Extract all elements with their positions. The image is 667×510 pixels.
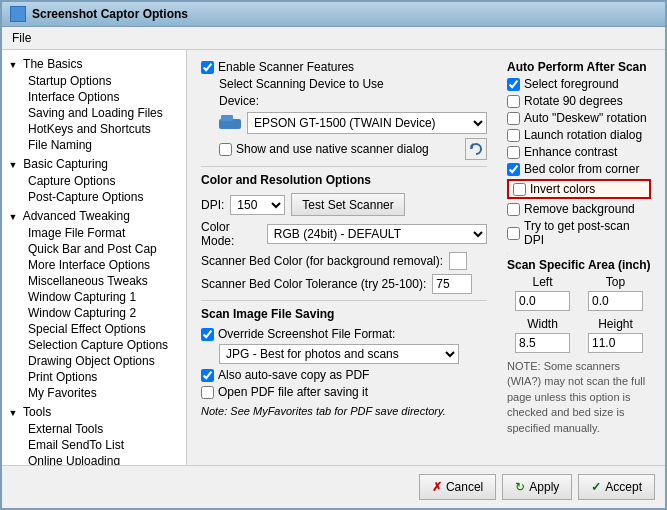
auto-perform-section: Auto Perform After Scan Select foregroun…	[507, 60, 651, 247]
launch-rotation-label: Launch rotation dialog	[524, 128, 642, 142]
override-format-checkbox[interactable]	[201, 328, 214, 341]
sidebar-item-print[interactable]: Print Options	[24, 369, 186, 385]
tree-section-basic-capturing: ▼ Basic Capturing Capture Options Post-C…	[2, 154, 186, 206]
sidebar-item-external[interactable]: External Tools	[24, 421, 186, 437]
accept-button[interactable]: ✓ Accept	[578, 474, 655, 500]
sidebar-item-selection[interactable]: Selection Capture Options	[24, 337, 186, 353]
autosave-pdf-label: Also auto-save copy as PDF	[218, 368, 369, 382]
native-dialog-label: Show and use native scanner dialog	[236, 142, 429, 156]
color-mode-row: Color Mode: RGB (24bit) - DEFAULT	[201, 220, 487, 248]
height-input[interactable]	[588, 333, 643, 353]
sidebar: ▼ The Basics Startup Options Interface O…	[2, 50, 187, 465]
epson-svg	[219, 115, 241, 131]
bed-color-row: Scanner Bed Color (for background remova…	[201, 252, 487, 270]
scan-area-grid: Left Top Width Height	[507, 275, 651, 353]
color-resolution-section: Color and Resolution Options DPI: 150 Te…	[201, 173, 487, 294]
enable-scanner-row: Enable Scanner Features	[201, 60, 487, 74]
rotate90-label: Rotate 90 degrees	[524, 94, 623, 108]
bed-color-corner-row: Bed color from corner	[507, 162, 651, 176]
svg-rect-1	[221, 115, 233, 121]
autosave-pdf-row: Also auto-save copy as PDF	[201, 368, 487, 382]
auto-perform-title: Auto Perform After Scan	[507, 60, 651, 74]
arrow-basics: ▼	[6, 60, 20, 70]
left-input[interactable]	[515, 291, 570, 311]
sidebar-item-myfavorites[interactable]: My Favorites	[24, 385, 186, 401]
apply-button[interactable]: ↻ Apply	[502, 474, 572, 500]
rotate90-checkbox[interactable]	[507, 95, 520, 108]
sidebar-item-uploading[interactable]: Online Uploading	[24, 453, 186, 465]
override-format-row: Override Screenshot File Format:	[201, 327, 487, 341]
sidebar-item-hotkeys[interactable]: HotKeys and Shortcuts	[24, 121, 186, 137]
sidebar-item-window2[interactable]: Window Capturing 2	[24, 305, 186, 321]
sidebar-item-misc[interactable]: Miscellaneous Tweaks	[24, 273, 186, 289]
top-input[interactable]	[588, 291, 643, 311]
sidebar-item-window1[interactable]: Window Capturing 1	[24, 289, 186, 305]
invert-colors-checkbox[interactable]	[513, 183, 526, 196]
scan-area-section: Scan Specific Area (inch) Left Top Width	[507, 253, 651, 436]
cancel-button[interactable]: ✗ Cancel	[419, 474, 496, 500]
title-icon	[10, 6, 26, 22]
device-select[interactable]: EPSON GT-1500 (TWAIN Device)	[247, 112, 487, 134]
divider1	[201, 166, 487, 167]
launch-rotation-checkbox[interactable]	[507, 129, 520, 142]
autosave-pdf-checkbox[interactable]	[201, 369, 214, 382]
remove-background-checkbox[interactable]	[507, 203, 520, 216]
file-menu[interactable]: File	[6, 29, 37, 47]
native-dialog-checkbox[interactable]	[219, 143, 232, 156]
window-title: Screenshot Captor Options	[32, 7, 188, 21]
right-panel: Auto Perform After Scan Select foregroun…	[497, 60, 651, 442]
sidebar-item-filenaming[interactable]: File Naming	[24, 137, 186, 153]
jpg-select-row: JPG - Best for photos and scans	[219, 344, 487, 364]
remove-background-row: Remove background	[507, 202, 651, 216]
bed-color-corner-checkbox[interactable]	[507, 163, 520, 176]
refresh-icon	[469, 142, 483, 156]
select-foreground-label: Select foreground	[524, 77, 619, 91]
bed-tolerance-label: Scanner Bed Color Tolerance (try 25-100)…	[201, 277, 426, 291]
title-bar: Screenshot Captor Options	[2, 2, 665, 27]
sidebar-item-startup[interactable]: Startup Options	[24, 73, 186, 89]
color-mode-select[interactable]: RGB (24bit) - DEFAULT	[267, 224, 487, 244]
divider2	[201, 300, 487, 301]
two-column-layout: Enable Scanner Features Select Scanning …	[201, 60, 651, 442]
enhance-contrast-checkbox[interactable]	[507, 146, 520, 159]
bed-color-swatch[interactable]	[449, 252, 467, 270]
try-post-scan-checkbox[interactable]	[507, 227, 520, 240]
sidebar-item-quickbar[interactable]: Quick Bar and Post Cap	[24, 241, 186, 257]
sidebar-item-drawing[interactable]: Drawing Object Options	[24, 353, 186, 369]
sidebar-item-saving[interactable]: Saving and Loading Files	[24, 105, 186, 121]
width-input[interactable]	[515, 333, 570, 353]
sidebar-item-email[interactable]: Email SendTo List	[24, 437, 186, 453]
test-scanner-button[interactable]: Test Set Scanner	[291, 193, 404, 216]
auto-deskew-checkbox[interactable]	[507, 112, 520, 125]
open-pdf-label: Open PDF file after saving it	[218, 385, 368, 399]
sidebar-item-capture[interactable]: Capture Options	[24, 173, 186, 189]
accept-icon: ✓	[591, 480, 601, 494]
sidebar-item-special[interactable]: Special Effect Options	[24, 321, 186, 337]
pdf-note: Note: See MyFavorites tab for PDF save d…	[201, 405, 487, 417]
jpg-select[interactable]: JPG - Best for photos and scans	[219, 344, 459, 364]
bed-tolerance-row: Scanner Bed Color Tolerance (try 25-100)…	[201, 274, 487, 294]
native-dialog-row: Show and use native scanner dialog	[219, 138, 487, 160]
footer: ✗ Cancel ↻ Apply ✓ Accept	[2, 465, 665, 508]
apply-icon: ↻	[515, 480, 525, 494]
sidebar-item-imageformat[interactable]: Image File Format	[24, 225, 186, 241]
invert-colors-label: Invert colors	[530, 182, 595, 196]
device-row: Device:	[219, 94, 487, 108]
sidebar-item-postcapture[interactable]: Post-Capture Options	[24, 189, 186, 205]
dpi-row: DPI: 150 Test Set Scanner	[201, 193, 487, 216]
enhance-contrast-label: Enhance contrast	[524, 145, 617, 159]
dpi-select[interactable]: 150	[230, 195, 285, 215]
bed-tolerance-input[interactable]	[432, 274, 472, 294]
main-window: Screenshot Captor Options File ▼ The Bas…	[0, 0, 667, 510]
menu-bar: File	[2, 27, 665, 50]
sidebar-item-interface[interactable]: Interface Options	[24, 89, 186, 105]
sidebar-item-moreinterface[interactable]: More Interface Options	[24, 257, 186, 273]
scan-area-note: NOTE: Some scanners (WIA?) may not scan …	[507, 359, 651, 436]
enable-scanner-checkbox[interactable]	[201, 61, 214, 74]
refresh-button[interactable]	[465, 138, 487, 160]
content-area: ▼ The Basics Startup Options Interface O…	[2, 50, 665, 465]
open-pdf-checkbox[interactable]	[201, 386, 214, 399]
scan-file-section: Scan Image File Saving Override Screensh…	[201, 307, 487, 417]
select-foreground-checkbox[interactable]	[507, 78, 520, 91]
cancel-label: Cancel	[446, 480, 483, 494]
